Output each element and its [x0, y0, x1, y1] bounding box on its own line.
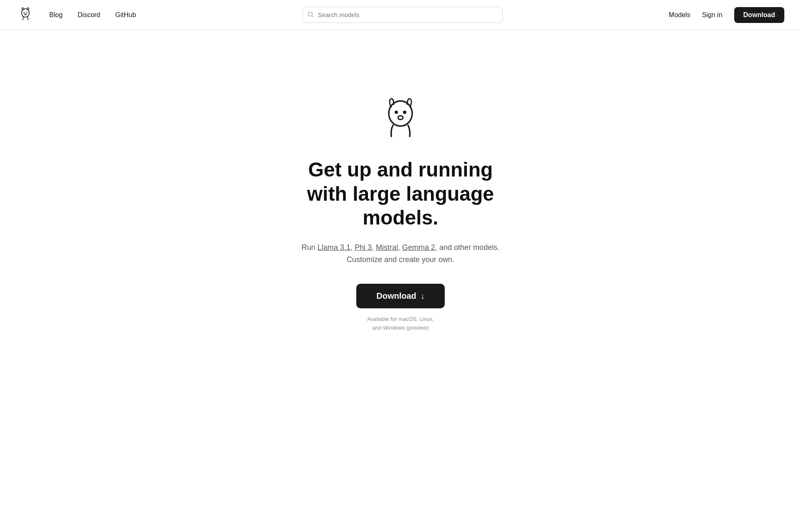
hero-logo: [380, 97, 421, 144]
hero-availability: Available for macOS, Linux, and Windows …: [367, 315, 434, 333]
hero-download-label: Download: [376, 291, 416, 301]
nav-signin-link[interactable]: Sign in: [702, 11, 723, 19]
svg-point-3: [25, 13, 26, 15]
hero-link-llama[interactable]: Llama 3.1: [317, 243, 350, 252]
search-input[interactable]: [302, 7, 503, 23]
logo[interactable]: [17, 6, 34, 24]
nav-discord-link[interactable]: Discord: [78, 11, 100, 19]
nav-right: Models Sign in Download: [669, 7, 784, 23]
svg-point-0: [22, 8, 29, 17]
nav-github-link[interactable]: GitHub: [115, 11, 136, 19]
svg-point-5: [389, 101, 412, 126]
hero-subtitle: Run Llama 3.1, Phi 3, Mistral, Gemma 2, …: [300, 242, 501, 266]
svg-point-1: [23, 12, 25, 13]
svg-point-6: [395, 111, 398, 114]
ollama-logo-icon: [17, 6, 34, 24]
hero-ollama-icon: [380, 97, 421, 143]
hero-title: Get up and running with large language m…: [292, 158, 509, 230]
hero-link-gemma[interactable]: Gemma 2: [402, 243, 435, 252]
hero-download-button[interactable]: Download ↓: [356, 284, 445, 308]
hero-availability-line1: Available for macOS, Linux,: [367, 315, 434, 324]
nav-left: Blog Discord GitHub: [17, 6, 136, 24]
hero-link-phi[interactable]: Phi 3: [355, 243, 372, 252]
hero-availability-line2: and Windows (preview): [367, 324, 434, 333]
nav-center: [136, 7, 669, 23]
search-wrapper: [302, 7, 503, 23]
search-icon: [307, 11, 314, 19]
svg-point-7: [403, 111, 406, 114]
svg-point-2: [26, 12, 28, 13]
nav-models-link[interactable]: Models: [669, 11, 690, 19]
nav-blog-link[interactable]: Blog: [49, 11, 63, 19]
nav-download-button[interactable]: Download: [734, 7, 784, 23]
hero-section: Get up and running with large language m…: [0, 30, 801, 374]
navbar: Blog Discord GitHub Models Sign in Downl…: [0, 0, 801, 30]
hero-download-arrow: ↓: [421, 291, 425, 301]
hero-link-mistral[interactable]: Mistral: [376, 243, 398, 252]
svg-point-8: [398, 116, 403, 120]
hero-subtitle-prefix: Run: [302, 243, 317, 252]
